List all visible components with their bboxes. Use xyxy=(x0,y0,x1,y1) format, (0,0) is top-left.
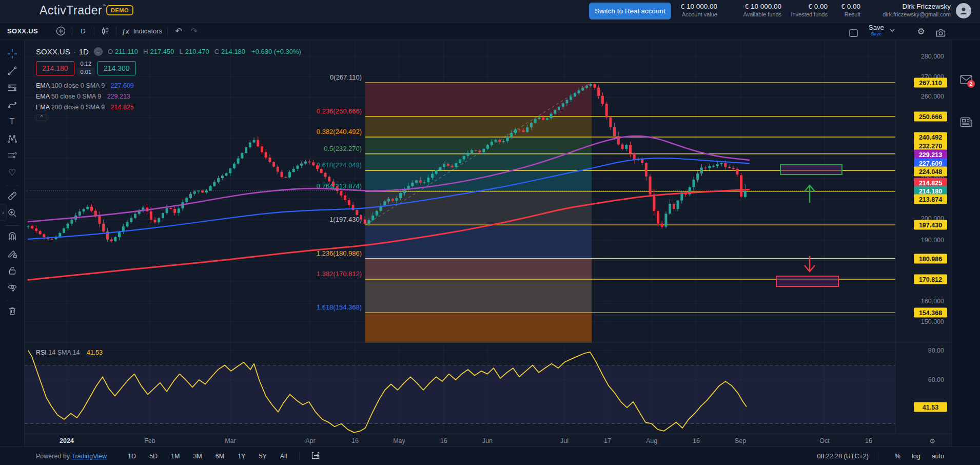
news-icon[interactable] xyxy=(960,117,972,129)
magnet-mode-icon[interactable] xyxy=(4,229,21,244)
watchlist-expander[interactable]: › xyxy=(0,204,7,221)
log-scale-button[interactable]: log xyxy=(912,453,920,460)
percent-scale-button[interactable]: % xyxy=(895,453,900,460)
range-selector: 1D 5D 1M 3M 6M 1Y 5Y All xyxy=(121,450,327,462)
switch-to-real-account-button[interactable]: Switch to Real account xyxy=(589,3,671,20)
candle xyxy=(482,149,485,152)
time-axis[interactable]: 2024FebMarApr16May16JunJul17Aug16SepOct1… xyxy=(60,437,935,445)
undo-icon[interactable]: ↶ xyxy=(171,25,186,38)
fib-band xyxy=(365,83,592,116)
candle xyxy=(459,160,461,163)
candle xyxy=(593,84,596,88)
candle xyxy=(284,177,287,178)
price-tick-label: 80.00 xyxy=(928,347,944,354)
crosshair-tool-icon[interactable] xyxy=(4,46,21,62)
candle xyxy=(696,173,699,180)
text-tool-icon[interactable]: T xyxy=(4,114,21,129)
compare-add-icon[interactable] xyxy=(53,25,69,38)
candle xyxy=(562,103,564,107)
range-5y[interactable]: 5Y xyxy=(255,451,270,461)
green-zone-rectangle[interactable] xyxy=(780,165,842,175)
candle xyxy=(435,170,438,174)
candle xyxy=(185,198,188,202)
tradingview-link[interactable]: TradingView xyxy=(71,453,107,460)
layout-select-icon[interactable] xyxy=(846,26,861,40)
candle xyxy=(399,193,402,198)
red-zone-rectangle[interactable] xyxy=(776,276,838,286)
candle xyxy=(657,211,659,223)
fib-retracement-tool-icon[interactable] xyxy=(4,80,21,95)
price-scale[interactable]: 280.000270.000260.000220.000200.000190.0… xyxy=(914,53,947,412)
spread-value: 0.01 xyxy=(77,68,95,76)
time-label: May xyxy=(393,437,405,444)
candle xyxy=(574,93,576,96)
indicators-button[interactable]: ƒx Indicators xyxy=(120,25,164,38)
timeframe-button[interactable]: D xyxy=(75,25,91,38)
settings-gear-icon[interactable]: ⚙ xyxy=(913,25,929,38)
redo-icon[interactable]: ↷ xyxy=(186,25,202,38)
candle xyxy=(475,150,477,151)
candle xyxy=(98,216,101,224)
chevron-down-icon xyxy=(887,25,897,35)
measure-ruler-icon[interactable] xyxy=(4,188,21,204)
price-badge-label: 224.048 xyxy=(919,168,942,176)
candle xyxy=(213,182,215,186)
bottom-divider xyxy=(878,452,878,460)
stat-available-funds: € 10 000.00 Available funds xyxy=(743,3,781,17)
chart-canvas[interactable]: 0(267.110)0.236(250.666)0.382(240.492)0.… xyxy=(25,40,952,447)
lock-all-drawings-icon[interactable] xyxy=(4,263,21,278)
drawing-mode-lock-icon[interactable] xyxy=(4,246,21,261)
candle xyxy=(178,208,180,213)
messages-envelope-icon[interactable]: 2 xyxy=(960,75,972,86)
candle xyxy=(296,166,299,169)
range-all[interactable]: All xyxy=(277,451,291,461)
candle xyxy=(720,163,723,165)
chart-style-candles-icon[interactable] xyxy=(97,25,113,38)
range-1d[interactable]: 1D xyxy=(124,451,140,461)
screenshot-camera-icon[interactable] xyxy=(933,26,948,40)
sell-bid-button[interactable]: 214.180 xyxy=(36,61,74,75)
symbol-name[interactable]: SOXX.US xyxy=(7,27,38,35)
candle xyxy=(277,167,279,172)
candle xyxy=(114,237,116,241)
save-status: Save xyxy=(871,32,882,36)
go-to-date-icon[interactable] xyxy=(308,450,324,462)
candle xyxy=(597,88,600,96)
emoji-heart-tool-icon[interactable]: ♡ xyxy=(4,165,21,180)
auto-scale-button[interactable]: auto xyxy=(932,453,944,460)
user-info[interactable]: Dirk Friczewsky dirk.friczewsky@gmail.co… xyxy=(883,3,951,17)
up-arrow-drawing[interactable] xyxy=(805,185,815,203)
avatar[interactable] xyxy=(956,3,971,18)
trend-line-tool-icon[interactable] xyxy=(4,63,21,79)
candle xyxy=(51,239,53,240)
rsi-pane[interactable] xyxy=(25,351,895,433)
price-badge-label: 232.270 xyxy=(919,143,942,150)
forecast-tool-icon[interactable] xyxy=(4,148,21,163)
range-3m[interactable]: 3M xyxy=(189,451,205,461)
candle xyxy=(744,191,747,197)
candle xyxy=(712,166,715,166)
brush-tool-icon[interactable] xyxy=(4,97,21,112)
candle xyxy=(538,118,540,119)
chart-area[interactable]: 0(267.110)0.236(250.666)0.382(240.492)0.… xyxy=(25,40,952,447)
xabcd-pattern-tool-icon[interactable] xyxy=(4,131,21,146)
minus-icon[interactable]: – xyxy=(94,47,103,56)
legend-collapse-button[interactable]: ^ xyxy=(36,114,47,121)
range-5d[interactable]: 5D xyxy=(146,451,161,461)
save-button[interactable]: Save Save xyxy=(869,24,897,36)
axis-settings-gear-icon[interactable]: ⚙ xyxy=(929,437,935,445)
delete-drawings-trash-icon[interactable] xyxy=(4,303,21,319)
time-label: Apr xyxy=(305,437,315,444)
range-6m[interactable]: 6M xyxy=(212,451,228,461)
hide-drawings-eye-icon[interactable] xyxy=(4,280,21,295)
candle xyxy=(39,231,42,234)
buy-ask-button[interactable]: 214.300 xyxy=(97,61,136,75)
candle xyxy=(716,164,719,166)
user-drawings[interactable] xyxy=(776,165,842,286)
range-1y[interactable]: 1Y xyxy=(234,451,249,461)
candle xyxy=(590,84,592,86)
range-1m[interactable]: 1M xyxy=(167,451,183,461)
candle xyxy=(340,191,342,196)
candle xyxy=(324,173,327,177)
clock[interactable]: 08:22:28 (UTC+2) xyxy=(817,453,868,460)
